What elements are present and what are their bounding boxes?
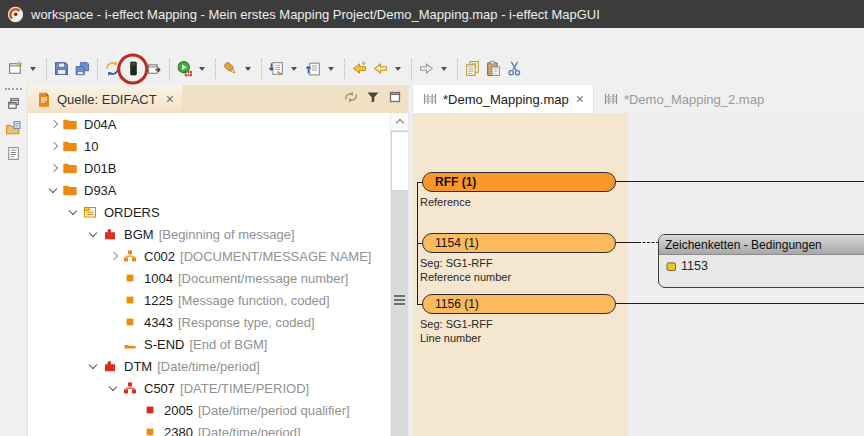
dropdown-caret-icon[interactable] [199,67,205,71]
scrollbar-thumb[interactable] [391,131,409,191]
condition-box[interactable]: Zeichenketten - Bedingungen 1153 [658,234,864,288]
toolbar-run[interactable] [174,57,211,81]
twistie-icon[interactable] [86,358,102,374]
mapping-editor-icon [422,91,438,107]
toolbar-copy[interactable] [462,57,483,81]
application-window: workspace - i-effect Mapping - Mein erst… [0,0,864,436]
toolbar-save-all[interactable] [72,57,93,81]
tree-scrollbar[interactable] [390,113,408,436]
toolbar-forward[interactable] [416,57,453,81]
restore-view-icon [5,95,22,116]
last-edit-location-icon [351,60,368,77]
back-icon [372,60,389,77]
twistie-icon[interactable] [66,204,82,220]
tree-row-d93a[interactable]: D93A [28,179,390,201]
wire-rff[interactable] [615,181,864,183]
toolbar-iseries-transfer[interactable] [123,57,144,81]
twistie-icon[interactable] [106,380,122,396]
toolbar-paste[interactable] [483,57,504,81]
segment-end-icon [122,336,138,352]
toolbar-separator [257,57,266,81]
tree-row-10[interactable]: 10 [28,135,390,157]
tree-row-4343[interactable]: 4343 [Response type, coded] [28,311,390,333]
dropdown-caret-icon[interactable] [328,67,334,71]
twistie-icon[interactable] [46,116,62,132]
tree-row-s-end[interactable]: S-END [End of BGM] [28,333,390,355]
toolbar-save[interactable] [51,57,72,81]
rail-restore-view[interactable] [3,94,25,116]
menu-item-edit[interactable] [19,28,37,52]
wire-1154[interactable] [615,242,638,244]
toolbar-separator [165,57,174,81]
tree-row-2005[interactable]: 2005 [Date/time/period qualifier] [28,399,390,421]
close-view-icon[interactable]: × [166,91,174,107]
view-action-maximize[interactable] [385,89,405,109]
twistie-icon[interactable] [86,226,102,242]
node-pill[interactable]: 1156 (1) [422,294,616,314]
source-view-tab[interactable]: Quelle: EDIFACT × [28,85,182,113]
menu-item-navigate[interactable] [37,28,55,52]
rail-project-explorer[interactable] [3,119,25,141]
toolbar-separator [93,57,102,81]
toolbar-new-wizard[interactable] [5,57,42,81]
editor-tab-mapping-editor[interactable]: *Demo_Mapping_2.map × [594,85,773,113]
toolbar-checkout[interactable] [303,57,340,81]
node-sublabel: Seg: SG1-RFF [420,318,616,332]
toolbar-checkin[interactable] [266,57,303,81]
tree-row-bgm[interactable]: BGM [Beginning of message] [28,223,390,245]
menu-item-help[interactable] [127,28,145,52]
tree-row-d04a[interactable]: D04A [28,113,390,135]
view-action-link-with-editor[interactable] [341,89,361,109]
export-window-icon [146,60,163,77]
tree-row-2380[interactable]: 2380 [Date/time/period] [28,421,390,436]
sash-grip-icon[interactable] [394,295,405,305]
toolbar-marker[interactable] [220,57,257,81]
rail-outline[interactable] [3,144,25,166]
editor-area: *Demo_Mapping.map × *Demo_Mapping_2.map … [413,85,864,436]
menu-item-project[interactable] [73,28,91,52]
app-logo-icon [7,6,24,23]
menu-item-search[interactable] [55,28,73,52]
twistie-icon[interactable] [106,248,122,264]
dropdown-caret-icon[interactable] [441,67,447,71]
node-pill[interactable]: 1154 (1) [422,233,616,253]
twistie-icon[interactable] [46,160,62,176]
element-orange-icon [122,270,138,286]
toolbar-last-edit-location[interactable] [349,57,370,81]
close-tab-icon[interactable]: × [576,91,584,107]
menu-item-run[interactable] [91,28,109,52]
toolbar-cut[interactable] [504,57,525,81]
condition-item-element-yellow[interactable]: 1153 [665,259,864,273]
cut-icon [506,60,523,77]
copy-icon [464,60,481,77]
rail-grip[interactable] [5,88,22,90]
dropdown-caret-icon[interactable] [245,67,251,71]
twistie-icon[interactable] [46,138,62,154]
dropdown-caret-icon[interactable] [395,67,401,71]
tree-row-orders[interactable]: ORDERS [28,201,390,223]
editor-tab-mapping-editor[interactable]: *Demo_Mapping.map × [413,85,594,113]
segment-red-icon [102,358,118,374]
wire-1156[interactable] [615,303,864,305]
toolbar-back[interactable] [370,57,407,81]
scroll-up-button[interactable] [391,113,409,131]
folder-icon [62,116,78,132]
view-action-filter[interactable] [363,89,383,109]
wire-1154-dashed[interactable] [638,242,659,244]
menu-item-window[interactable] [109,28,127,52]
twistie-icon[interactable] [46,182,62,198]
element-red-icon [142,402,158,418]
tree-row-c507[interactable]: C507 [DATE/TIME/PERIOD] [28,377,390,399]
toolbar-refresh[interactable] [102,57,123,81]
tree-row-c002[interactable]: C002 [DOCUMENT/MESSAGE NAME] [28,245,390,267]
dropdown-caret-icon[interactable] [291,67,297,71]
dropdown-caret-icon[interactable] [30,67,36,71]
menu-item-file[interactable] [1,28,19,52]
tree-row-1225[interactable]: 1225 [Message function, coded] [28,289,390,311]
node-pill[interactable]: RFF (1) [422,172,616,192]
tree-row-1004[interactable]: 1004 [Document/message number] [28,267,390,289]
toolbar-export-window[interactable] [144,57,165,81]
tree-row-dtm[interactable]: DTM [Date/time/period] [28,355,390,377]
twistie-icon [106,336,122,352]
tree-row-d01b[interactable]: D01B [28,157,390,179]
